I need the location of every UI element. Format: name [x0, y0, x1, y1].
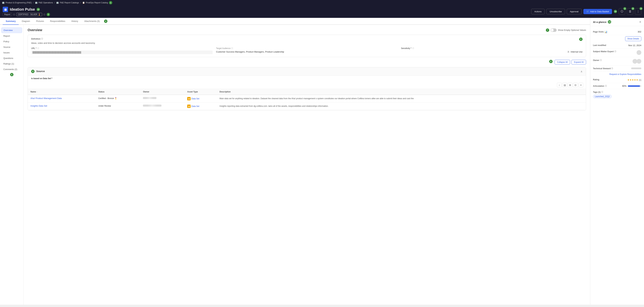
overview-header: Overview 7 Show Empty Optional Values — [28, 28, 586, 32]
side-nav-questions[interactable]: Questions — [1, 56, 22, 61]
sensitivity-info-icon[interactable]: ⓘ — [412, 47, 414, 50]
responsibilities-link[interactable]: Request or Explore Responsibilities — [610, 73, 641, 76]
breadcrumb-4[interactable]: ProdOps Report Catalog — [86, 2, 108, 4]
type-info-icon[interactable]: ⓘ — [13, 13, 15, 16]
breadcrumb-1[interactable]: Product & Engineering (P&E) — [6, 2, 32, 4]
cert-badge: CERTIFIED - SILVER 🎖️ — [16, 13, 42, 16]
cert-info-icon[interactable]: ⓘ — [44, 13, 45, 16]
more-options-button[interactable]: ⋮ 13 — [635, 8, 641, 15]
col-owner: Owner — [140, 89, 184, 95]
owner-label: Owner ⓘ — [593, 59, 602, 62]
toolbar-list-icon[interactable]: ≡ — [578, 83, 583, 88]
tabs-bar: Summary Diagram Pictures Responsibilitie… — [0, 18, 590, 25]
row2-asset-type: ▦ Data Set — [184, 102, 217, 110]
articulation-progress-bar — [628, 86, 641, 87]
tab-pictures[interactable]: Pictures — [33, 18, 47, 25]
tab-diagram[interactable]: Diagram — [19, 18, 33, 25]
side-nav-ratings[interactable]: Ratings (1) — [1, 61, 22, 66]
articulation-info-icon[interactable]: ⓘ — [605, 85, 607, 87]
main-content: Overview 7 Show Empty Optional Values 6 … — [24, 25, 590, 305]
sme-row: Subject Matter Expert ⓘ — [593, 48, 641, 57]
tab-responsibilities[interactable]: Responsibilities — [47, 18, 68, 25]
breadcrumb-icon-1: 🏢 — [2, 2, 4, 4]
expand-all-button[interactable]: Expand All — [572, 60, 586, 64]
tab-attachments[interactable]: Attachments (3) — [81, 18, 103, 25]
breadcrumb-2[interactable]: P&E Operations — [38, 2, 53, 4]
toolbar-card-icon[interactable]: ⊟ — [573, 83, 578, 88]
owner-avatars — [632, 59, 641, 64]
target-audience-field: Target Audience ⓘ Customer Success Manag… — [216, 47, 398, 54]
side-nav-report[interactable]: Report — [1, 33, 22, 38]
articulation-value: 90% — [622, 85, 641, 87]
row1-status-badge: Certified - Bronze 🎖️ — [98, 97, 117, 100]
row1-asset-type: ▦ Data Set — [184, 95, 217, 102]
url-info-icon[interactable]: ⓘ — [37, 47, 39, 50]
row2-name: Insights Data Set — [28, 102, 96, 110]
tab-history[interactable]: History — [68, 18, 81, 25]
owner-row: Owner ⓘ — [593, 57, 641, 66]
fields-grid: URL * ⓘ ████████████████████████████████… — [31, 47, 582, 54]
toggle-empty-values[interactable] — [550, 28, 556, 32]
tag-value[interactable]: Launched_22Q2 — [593, 95, 612, 98]
main-layout: Summary Diagram Pictures Responsibilitie… — [0, 18, 644, 305]
row1-name: Aha! Product Management Data — [28, 95, 96, 102]
badge-12: 12 — [631, 7, 634, 10]
breadcrumb-3[interactable]: P&E Report Catalogs — [60, 2, 79, 4]
show-details-container: Show Details — [593, 35, 641, 42]
side-nav-comments[interactable]: Comments (2) — [1, 67, 22, 72]
responsibilities-link-container: Request or Explore Responsibilities — [593, 72, 641, 77]
table-toolbar: ↕ ▤ ⊞ ⊟ ≡ — [28, 81, 586, 89]
owner-value — [632, 59, 641, 64]
row2-owner — [140, 102, 184, 110]
rating-count: (1) — [639, 79, 641, 81]
list-icon-button[interactable]: ☰ 12 — [627, 8, 633, 15]
sep-3: / — [80, 2, 81, 4]
sme-label: Subject Matter Expert ⓘ — [593, 50, 616, 53]
rating-value: ★★★★★ (1) — [627, 78, 641, 81]
toolbar-table-icon[interactable]: ▤ — [562, 83, 567, 88]
toolbar-sort-icon[interactable]: ↕ — [557, 83, 562, 88]
badge-13: 13 — [640, 7, 642, 10]
row1-description: Main data set for anything related to id… — [217, 95, 586, 102]
unsubscribe-button[interactable]: Unsubscribe — [546, 9, 565, 14]
col-name: Name ↑ — [28, 89, 96, 95]
tech-steward-value — [631, 67, 641, 70]
owner-info-icon[interactable]: ⓘ — [600, 59, 602, 62]
row1-name-link[interactable]: Aha! Product Management Data — [30, 97, 62, 100]
add-to-basket-button[interactable]: 🛒 Add to Data Basket — [584, 9, 612, 14]
sep-2: / — [54, 2, 55, 4]
header-badge-2: 10 — [36, 8, 40, 11]
breadcrumb-badge: 1 — [109, 1, 112, 4]
side-nav-policy[interactable]: Policy — [1, 39, 22, 44]
info-icon-button[interactable]: ⓘ 11 — [619, 8, 625, 15]
definition-info-icon[interactable]: ⓘ — [41, 38, 43, 40]
tags-info-icon[interactable]: ⓘ — [601, 91, 603, 93]
rating-label: Rating — [593, 78, 599, 81]
page-visits-label: Page Visits 📊 — [593, 30, 607, 33]
show-details-button[interactable]: Show Details — [625, 36, 641, 41]
panel-close-button[interactable]: ✕ — [639, 20, 641, 24]
approval-button[interactable]: Approval — [567, 9, 582, 14]
tech-steward-row: Technical Steward ⓘ — [593, 66, 641, 72]
type-badge: Report — [3, 13, 12, 16]
table-row: Aha! Product Management Data Certified -… — [28, 95, 586, 102]
articulation-label: Articulation ⓘ — [593, 85, 607, 87]
app-header: ▦ Ideation Pulse 10 Report ⓘ CERTIFIED -… — [0, 6, 644, 18]
collapse-all-button[interactable]: Collapse All — [554, 60, 570, 64]
row2-asset-type-link[interactable]: Data Set — [192, 105, 199, 108]
actions-button[interactable]: Actions — [531, 9, 545, 14]
row2-name-link[interactable]: Insights Data Set — [30, 104, 47, 107]
tab-summary[interactable]: Summary — [3, 18, 19, 25]
side-nav-source[interactable]: Source — [1, 44, 22, 50]
toolbar-grid-icon[interactable]: ⊞ — [568, 83, 572, 88]
definition-label: Definition ⓘ — [31, 38, 579, 40]
side-nav-overview[interactable]: Overview — [1, 28, 22, 33]
tech-steward-info-icon[interactable]: ⓘ — [611, 67, 613, 70]
col-asset-type: Asset Type — [184, 89, 217, 95]
target-info-icon[interactable]: ⓘ — [231, 47, 233, 50]
row1-asset-type-link[interactable]: Data Set — [192, 98, 199, 100]
page-visits-row: Page Visits 📊 302 — [593, 29, 641, 35]
source-collapse-chevron[interactable]: ∧ — [580, 70, 582, 73]
sme-info-icon[interactable]: ⓘ — [614, 50, 616, 53]
side-nav-issues[interactable]: Issues — [1, 50, 22, 55]
